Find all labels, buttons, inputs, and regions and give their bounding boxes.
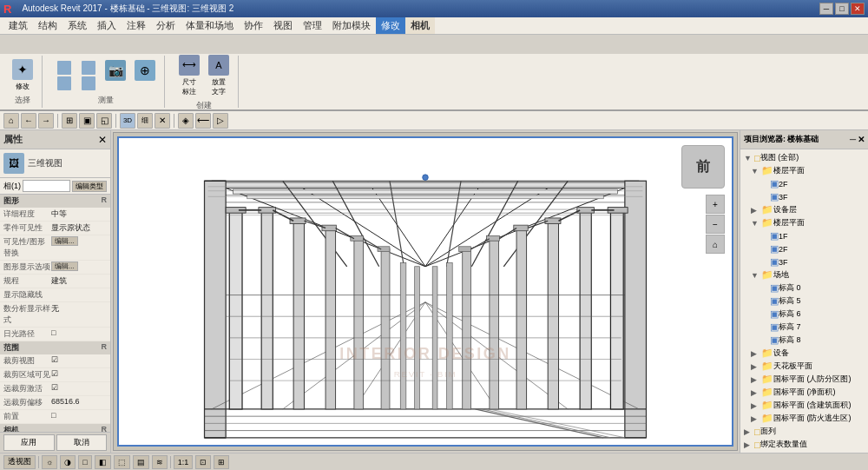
detail-button[interactable]: ▤ [133, 455, 149, 469]
panel-minimize-button[interactable]: ─ [850, 135, 856, 144]
tb-view3[interactable]: ◱ [96, 113, 112, 129]
modify-button[interactable]: ✦ 修改 [9, 57, 36, 93]
tb-thin[interactable]: 细 [137, 113, 153, 129]
section-camera[interactable]: 相机 R [0, 424, 110, 432]
menu-shitu[interactable]: 视图 [268, 17, 298, 34]
tb-measure[interactable]: ⟵ [195, 113, 211, 129]
minimize-button[interactable]: ─ [819, 3, 833, 15]
tree-standard-net[interactable]: ▶ 📁 国标平面 (净面积) [742, 386, 866, 399]
tree-ceiling[interactable]: ▶ 📁 天花板平面 [742, 360, 866, 373]
menu-xitong[interactable]: 系统 [62, 17, 92, 34]
tb-home[interactable]: ⌂ [3, 113, 19, 129]
menu-jiegou[interactable]: 结构 [33, 17, 62, 34]
menu-charu[interactable]: 插入 [92, 17, 122, 34]
tree-sheets[interactable]: ▶ □ 图纸 (全部) [742, 451, 866, 453]
view-btn-1[interactable] [53, 58, 76, 93]
tb-view1[interactable]: ⊞ [62, 113, 77, 129]
edit-type-button[interactable]: 编辑类型 [72, 181, 107, 192]
tb-view2[interactable]: ▣ [79, 113, 95, 129]
tree-standard-fire[interactable]: ▶ 📁 国标平面 (人防分区图) [742, 373, 866, 386]
vg-edit-button[interactable]: 编辑... [51, 236, 78, 246]
tree-level7[interactable]: ▣ 标高 7 [742, 321, 866, 334]
tree-standard-build[interactable]: ▶ 📁 国标平面 (含建筑面积) [742, 399, 866, 412]
gd-edit-button[interactable]: 编辑... [51, 261, 78, 271]
hidden-button[interactable]: ⬚ [114, 455, 130, 469]
maximize-button[interactable]: □ [835, 3, 849, 15]
dimension-btn[interactable]: ⟷ 尺寸标注 [175, 54, 203, 98]
3d-viewport[interactable]: INTERIOR DESIGN REVIT · BIM 前 + − ⌂ [113, 132, 738, 451]
sun-button[interactable]: ☼ [42, 455, 57, 469]
model-button[interactable]: ≋ [152, 455, 168, 469]
menu-tichang[interactable]: 体量和场地 [181, 17, 239, 34]
menu-jianzu[interactable]: 建筑 [3, 17, 33, 34]
view-btn-3[interactable]: 📷 [102, 58, 129, 93]
tree-level6[interactable]: ▣ 标高 6 [742, 308, 866, 321]
view-btn-4[interactable]: ⊕ [131, 58, 159, 93]
nav-arrows: + − ⌂ [706, 195, 725, 254]
tree-site[interactable]: ▼ 📁 场地 [742, 268, 866, 281]
properties-close-button[interactable]: ✕ [98, 134, 107, 146]
render-button[interactable]: □ [78, 455, 91, 469]
prop-crop-vis-value: ☑ [51, 369, 107, 381]
nav-zoom-out[interactable]: − [706, 215, 725, 234]
tree-equip-floor[interactable]: ▶ 📁 设备层 [742, 203, 866, 216]
menu-zhushi[interactable]: 注释 [122, 17, 151, 34]
tree-3f-2[interactable]: ▣ 3F [742, 255, 866, 268]
tree-2f-2[interactable]: ▣ 2F [742, 242, 866, 255]
type-dropdown[interactable] [23, 180, 70, 192]
text-btn[interactable]: A 放置文字 [205, 54, 233, 98]
menu-fenxi[interactable]: 分析 [151, 17, 181, 34]
type-selector-row: 相(1) 编辑类型 [0, 178, 110, 195]
apply-button[interactable]: 应用 [3, 434, 55, 451]
tb-close[interactable]: ✕ [155, 113, 170, 129]
view-icon-level0: ▣ [770, 282, 779, 294]
tree-label-std-evac: 国标平面 (防火逃生区) [773, 413, 852, 424]
app-title: Autodesk Revit 2017 - 楼栋基础 - 三维视图: 三维视图 … [22, 3, 233, 15]
menu-guanli[interactable]: 管理 [298, 17, 327, 34]
tb-3d[interactable]: 3D [120, 113, 135, 129]
prop-vg-value[interactable]: 编辑... [51, 236, 107, 259]
tree-quantities[interactable]: ▶ □ 绑定表数量值 [742, 438, 866, 451]
tree-level8[interactable]: ▣ 标高 8 [742, 334, 866, 347]
tree-views-all[interactable]: ▼ □ 视图 (全部) [742, 151, 866, 164]
tree-level0[interactable]: ▣ 标高 0 [742, 281, 866, 295]
zoom-region-button[interactable]: ⊡ [195, 455, 211, 469]
tree-floor-plan[interactable]: ▼ 📁 楼层平面 [742, 164, 866, 177]
view-btn-2[interactable] [77, 58, 100, 93]
tree-device[interactable]: ▶ 📁 设备 [742, 347, 866, 360]
cancel-button[interactable]: 取消 [56, 434, 108, 451]
tree-standard-evac[interactable]: ▶ 📁 国标平面 (防火逃生区) [742, 412, 866, 425]
prop-gd-value[interactable]: 编辑... [51, 261, 107, 273]
tree-schedules[interactable]: ▶ □ 面列 [742, 425, 866, 438]
tb-snap[interactable]: ◈ [178, 113, 194, 129]
close-button[interactable]: ✕ [851, 3, 865, 15]
section-graphics[interactable]: 图形 R [0, 195, 110, 208]
tb-select[interactable]: ▷ [213, 113, 228, 129]
tree-label-floor: 楼层平面 [773, 165, 805, 176]
menu-fujia[interactable]: 附加模块 [327, 17, 376, 34]
tree-3f[interactable]: ▣ 3F [742, 190, 866, 203]
nav-home[interactable]: ⌂ [706, 235, 725, 254]
svg-rect-43 [580, 209, 591, 409]
zoom-all-button[interactable]: ⊞ [214, 455, 229, 469]
perspective-button[interactable]: 透视图 [3, 455, 36, 469]
tree-floor-plan-2[interactable]: ▼ 📁 楼层平面 [742, 216, 866, 229]
menu-hezuo[interactable]: 协作 [239, 17, 268, 34]
menu-xiugai[interactable]: 修改 [376, 17, 405, 34]
folder-icon-device: 📁 [761, 348, 773, 359]
shadow-button[interactable]: ◑ [60, 455, 76, 469]
tb-back[interactable]: ← [21, 113, 36, 129]
tree-1f[interactable]: ▣ 1F [742, 229, 866, 242]
menu-xiangji[interactable]: 相机 [405, 17, 435, 34]
tb-fwd[interactable]: → [38, 113, 54, 129]
nav-cube[interactable]: 前 [681, 145, 725, 189]
panel-close-button[interactable]: ✕ [858, 135, 865, 144]
nav-zoom-in[interactable]: + [706, 195, 725, 214]
tree-2f[interactable]: ▣ 2F [742, 177, 866, 190]
section-extent[interactable]: 范围 R [0, 341, 110, 354]
ribbon-group-view: 📷 ⊕ 测量 [48, 56, 165, 108]
crop-button[interactable]: ◧ [95, 455, 111, 469]
modify-icon: ✦ [12, 59, 33, 80]
zoom-100-button[interactable]: 1:1 [174, 455, 194, 469]
tree-level5[interactable]: ▣ 标高 5 [742, 295, 866, 308]
